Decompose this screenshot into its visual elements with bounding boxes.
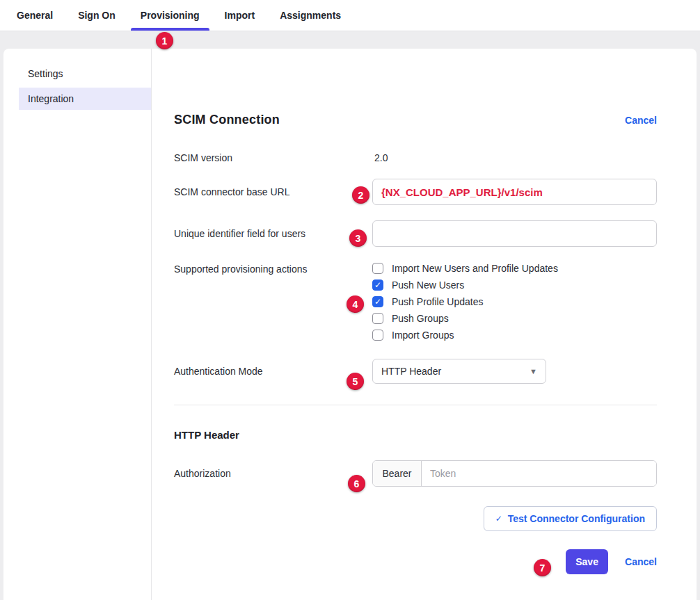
- save-button[interactable]: Save: [566, 549, 608, 574]
- tab-import[interactable]: Import: [212, 0, 268, 31]
- auth-mode-select[interactable]: HTTP Header ▼: [372, 359, 546, 384]
- checkbox-icon[interactable]: [372, 296, 383, 307]
- settings-sidebar: Settings Integration: [3, 49, 152, 600]
- base-url-input[interactable]: [372, 179, 657, 205]
- check-icon: ✓: [495, 514, 502, 524]
- form-actions-row: Save Cancel: [174, 549, 657, 574]
- token-input[interactable]: [422, 461, 656, 486]
- annotation-badge-6: 6: [348, 475, 365, 492]
- page-title: SCIM Connection: [174, 113, 280, 127]
- scim-connection-form: SCIM Connection Cancel SCIM version 2.0 …: [152, 49, 697, 600]
- form-header: SCIM Connection Cancel: [174, 113, 657, 127]
- scim-version-row: SCIM version 2.0: [174, 152, 657, 163]
- chevron-down-icon: ▼: [530, 367, 537, 375]
- checkbox-label: Push Profile Updates: [392, 296, 484, 307]
- tab-sign-on[interactable]: Sign On: [65, 0, 128, 31]
- auth-mode-row: Authentication Mode HTTP Header ▼: [174, 359, 657, 384]
- sidebar-header: Settings: [28, 68, 151, 79]
- annotation-badge-7: 7: [534, 559, 551, 576]
- unique-id-input[interactable]: [372, 220, 657, 247]
- checkbox-row-import-groups[interactable]: Import Groups: [372, 330, 657, 341]
- provisioning-card: Settings Integration SCIM Connection Can…: [3, 49, 697, 600]
- annotation-badge-2: 2: [352, 186, 369, 204]
- checkbox-row-push-profile-updates[interactable]: Push Profile Updates: [372, 296, 657, 307]
- base-url-row: SCIM connector base URL: [174, 179, 657, 205]
- checkbox-row-import-new-users[interactable]: Import New Users and Profile Updates: [372, 263, 657, 274]
- scim-version-label: SCIM version: [174, 152, 372, 163]
- checkbox-label: Import Groups: [392, 330, 454, 341]
- bearer-prefix: Bearer: [373, 461, 422, 486]
- provisioning-actions-row: Supported provisioning actions Import Ne…: [174, 262, 657, 341]
- test-connector-row: ✓ Test Connector Configuration: [174, 506, 657, 531]
- cancel-button[interactable]: Cancel: [625, 556, 657, 567]
- tab-general[interactable]: General: [4, 0, 65, 31]
- base-url-label: SCIM connector base URL: [174, 186, 372, 197]
- test-connector-button[interactable]: ✓ Test Connector Configuration: [484, 506, 657, 531]
- provisioning-actions-label: Supported provisioning actions: [174, 262, 372, 275]
- scim-version-value: 2.0: [372, 152, 657, 163]
- annotation-badge-3: 3: [349, 229, 367, 247]
- checkbox-icon[interactable]: [372, 263, 383, 274]
- annotation-badge-5: 5: [347, 373, 364, 390]
- page: General Sign On Provisioning Import Assi…: [0, 0, 700, 600]
- checkbox-label: Push New Users: [392, 279, 464, 291]
- checkbox-icon[interactable]: [372, 330, 383, 341]
- unique-id-label: Unique identifier field for users: [174, 228, 372, 239]
- checkbox-icon[interactable]: [372, 279, 383, 291]
- authorization-row: Authorization Bearer: [174, 460, 657, 487]
- section-divider: [174, 405, 657, 405]
- checkbox-row-push-new-users[interactable]: Push New Users: [372, 279, 657, 291]
- authorization-input-group: Bearer: [372, 460, 657, 487]
- header-cancel-link[interactable]: Cancel: [625, 115, 657, 126]
- checkbox-icon[interactable]: [372, 313, 383, 324]
- auth-mode-label: Authentication Mode: [174, 366, 372, 377]
- unique-id-row: Unique identifier field for users: [174, 220, 657, 247]
- http-header-section-title: HTTP Header: [174, 429, 657, 441]
- tab-assignments[interactable]: Assignments: [267, 0, 353, 31]
- auth-mode-selected-value: HTTP Header: [381, 366, 441, 377]
- sidebar-item-integration[interactable]: Integration: [19, 88, 151, 110]
- tab-provisioning[interactable]: Provisioning: [128, 0, 212, 31]
- checkbox-label: Import New Users and Profile Updates: [392, 263, 558, 274]
- authorization-label: Authorization: [174, 468, 372, 479]
- checkbox-label: Push Groups: [392, 313, 449, 324]
- test-connector-label: Test Connector Configuration: [508, 513, 645, 524]
- annotation-badge-4: 4: [347, 295, 364, 313]
- checkbox-row-push-groups[interactable]: Push Groups: [372, 313, 657, 324]
- provisioning-actions-list: Import New Users and Profile Updates Pus…: [372, 262, 657, 341]
- annotation-badge-1: 1: [156, 32, 173, 49]
- app-tabbar: General Sign On Provisioning Import Assi…: [0, 0, 700, 31]
